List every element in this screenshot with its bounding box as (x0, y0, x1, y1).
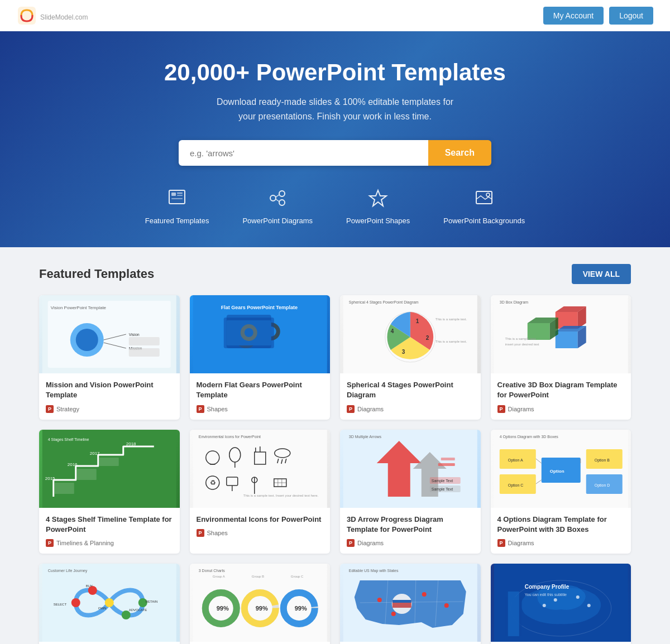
diagrams-icon (267, 188, 288, 212)
svg-text:This is a sample text: This is a sample text (505, 337, 535, 340)
template-card[interactable]: Flat Gears PowerPoint Template (190, 295, 331, 419)
card-title: Mission and Vision PowerPoint Template (46, 380, 173, 400)
svg-rect-2 (171, 193, 176, 196)
card-category: Diagrams (357, 540, 384, 546)
card-title: Spherical 4 Stages PowerPoint Diagram (347, 380, 474, 400)
svg-text:99%: 99% (255, 605, 267, 612)
template-card[interactable]: Vision PowerPoint Template Vision Missio… (39, 295, 180, 419)
template-card[interactable]: Customer Life Journey SELECT BUY OWN ADV… (39, 564, 180, 644)
svg-rect-66 (99, 458, 119, 466)
svg-text:3D Multiple Arrows: 3D Multiple Arrows (349, 435, 382, 439)
ppt-badge: P (197, 529, 204, 537)
card-body: Mission and Vision PowerPoint Template P… (39, 373, 180, 419)
card-category: Diagrams (508, 406, 534, 412)
svg-point-7 (279, 191, 285, 196)
section-header: Featured Templates VIEW ALL (39, 264, 631, 284)
template-card[interactable]: Spherical 4 Stages PowerPoint Diagram 1 … (340, 295, 481, 419)
search-bar: Search (179, 140, 491, 166)
svg-text:Editable US Map with States: Editable US Map with States (349, 569, 399, 573)
my-account-button[interactable]: My Account (543, 7, 604, 25)
template-card[interactable]: 3D Box Diagram This is a sample text ins… (491, 295, 631, 419)
template-card[interactable]: Environmental Icons for PowerPoint (190, 430, 331, 554)
templates-icon (167, 188, 187, 212)
shapes-icon (368, 188, 388, 212)
top-navigation: SlideModel.com My Account Logout (0, 0, 670, 31)
svg-text:Option C: Option C (508, 483, 523, 488)
svg-rect-23 (129, 337, 160, 345)
svg-point-163 (587, 604, 590, 607)
card-category: Shapes (207, 530, 228, 536)
backgrounds-label: PowerPoint Backgrounds (443, 217, 525, 225)
svg-rect-58 (42, 430, 176, 508)
card-image: Editable US Map with States (340, 564, 481, 642)
templates-grid-row3: Customer Life Journey SELECT BUY OWN ADV… (39, 564, 631, 644)
svg-point-8 (279, 200, 285, 205)
card-body: Spherical 4 Stages PowerPoint Diagram P … (340, 373, 481, 419)
svg-text:2017: 2017 (90, 451, 100, 456)
svg-text:ADVOCATE: ADVOCATE (129, 608, 147, 612)
card-tag: P Diagrams (347, 405, 474, 413)
ppt-badge: P (46, 539, 54, 547)
svg-text:99%: 99% (216, 605, 228, 612)
svg-text:2015: 2015 (45, 476, 55, 481)
card-tag: P Timelines & Planning (46, 539, 173, 547)
svg-point-151 (377, 598, 382, 602)
svg-text:3D Box Diagram: 3D Box Diagram (499, 300, 528, 305)
card-category: Shapes (207, 406, 228, 412)
template-card[interactable]: 3 Donut Charts 99% 99% 99% Group A Group (190, 564, 331, 644)
category-backgrounds[interactable]: PowerPoint Backgrounds (443, 188, 525, 225)
svg-text:99%: 99% (294, 605, 307, 612)
template-card[interactable]: 4 Stages Shelf Timeline 2015 2016 2017 2… (39, 430, 180, 554)
svg-point-18 (76, 329, 98, 351)
category-shapes[interactable]: PowerPoint Shapes (346, 188, 410, 225)
template-card[interactable]: 4 Options Diagram with 3D Boxes Option O… (491, 430, 631, 554)
svg-text:Option B: Option B (594, 458, 610, 463)
svg-text:Sample Text: Sample Text (432, 479, 453, 483)
svg-text:Spherical 4 Stages PowerPoint : Spherical 4 Stages PowerPoint Diagram (349, 300, 419, 305)
card-image: Environmental Icons for PowerPoint (190, 430, 331, 508)
logout-button[interactable]: Logout (609, 7, 653, 25)
category-icons: Featured Templates PowerPoint Diagrams (11, 188, 659, 225)
svg-text:OWN: OWN (98, 607, 107, 610)
card-title: 3D Arrow Progress Diagram Template for P… (347, 515, 474, 535)
svg-line-10 (276, 199, 279, 201)
logo-area[interactable]: SlideModel.com (17, 6, 88, 26)
svg-rect-15 (48, 301, 171, 368)
svg-text:Flat Gears PowerPoint Template: Flat Gears PowerPoint Template (221, 305, 297, 310)
card-image: Vision PowerPoint Template Vision Missio… (39, 295, 180, 373)
card-body: Customer Life Journey PowerPoint Diagram… (39, 642, 180, 644)
search-input[interactable] (179, 140, 428, 166)
card-image: 3 Donut Charts 99% 99% 99% Group A Group (190, 564, 331, 642)
card-body: Company Profile PowerPoint Template P Te… (491, 642, 631, 644)
card-body: Modern Flat Gears PowerPoint Template P … (190, 373, 331, 419)
templates-grid-row2: 4 Stages Shelf Timeline 2015 2016 2017 2… (39, 430, 631, 554)
card-tag: P Shapes (197, 529, 324, 537)
card-tag: P Diagrams (497, 405, 625, 413)
logo-icon (17, 6, 37, 26)
template-card[interactable]: Company Profile You can edit this subtit… (491, 564, 631, 644)
svg-rect-150 (393, 600, 411, 603)
category-templates[interactable]: Featured Templates (145, 188, 209, 225)
svg-rect-3 (177, 193, 183, 194)
search-button[interactable]: Search (428, 140, 491, 166)
card-body: Donut Chart Template for PowerPoint P Da… (190, 642, 331, 644)
card-category: Diagrams (357, 406, 384, 412)
svg-rect-95 (438, 463, 455, 466)
svg-text:RETAIN: RETAIN (146, 600, 158, 603)
svg-text:Company Profile: Company Profile (524, 584, 569, 590)
svg-text:Option D: Option D (594, 483, 610, 488)
template-card[interactable]: Editable US Map with States (340, 564, 481, 644)
svg-text:Vision PowerPoint Template: Vision PowerPoint Template (51, 305, 107, 310)
card-body: Environmental Icons for PowerPoint P Sha… (190, 508, 331, 544)
view-all-button[interactable]: VIEW ALL (572, 264, 631, 284)
svg-text:2016: 2016 (68, 462, 78, 467)
template-card[interactable]: 3D Multiple Arrows Sample Text Sample Te… (340, 430, 481, 554)
backgrounds-icon (474, 188, 494, 212)
svg-text:Environmental Icons for PowerP: Environmental Icons for PowerPoint (198, 435, 260, 439)
svg-rect-4 (177, 195, 183, 196)
svg-text:2018: 2018 (126, 441, 136, 446)
svg-rect-1 (169, 190, 185, 204)
svg-text:insert your desired text: insert your desired text (505, 343, 539, 346)
card-body: 4 Stages Shelf Timeline Template for Pow… (39, 508, 180, 554)
category-diagrams[interactable]: PowerPoint Diagrams (242, 188, 313, 225)
